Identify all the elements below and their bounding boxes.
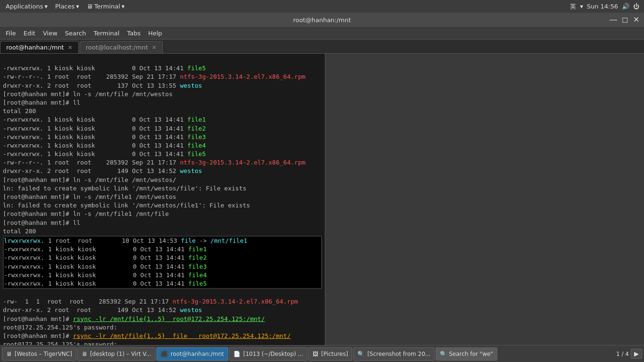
terminal-right-pane — [325, 54, 644, 345]
sel-line-2: -rwxrwxrwx. 1 kiosk kiosk 0 Oct 13 14:41… — [4, 246, 206, 253]
line-after-5: [root@hanhan mnt]# rsync -lr /mnt/file{1… — [3, 332, 291, 339]
topbar-right: 英 ▾ Sun 14:56 🔊 ⏻ — [570, 2, 642, 11]
line-19: [root@hanhan mnt]# ll — [3, 219, 80, 226]
menu-view[interactable]: View — [39, 27, 61, 39]
applications-label: Applications — [6, 3, 43, 10]
line-11: -rwxrwxrwx. 1 kiosk kiosk 0 Oct 13 14:41… — [3, 150, 206, 157]
tab-localhost-close[interactable]: ✕ — [152, 44, 157, 51]
menu-tabs[interactable]: Tabs — [123, 27, 144, 39]
lang-arrow: ▾ — [580, 3, 583, 10]
taskbar-pagination: 1 / 4 ▶ — [616, 349, 642, 359]
line-8: -rwxrwxrwx. 1 kiosk kiosk 0 Oct 13 14:41… — [3, 125, 206, 132]
tabbar: root@hanhan:/mnt ✕ root@localhost:/mnt ✕ — [0, 40, 644, 54]
taskbar-screenshot-icon: 🔍 — [357, 351, 364, 357]
volume-icon[interactable]: 🔊 — [622, 3, 629, 10]
taskbar-search[interactable]: 🔍 Search for "we" — [436, 347, 497, 361]
line-7: -rwxrwxrwx. 1 kiosk kiosk 0 Oct 13 14:41… — [3, 116, 206, 123]
line-5: [root@hanhan mnt]# ll — [3, 99, 80, 106]
taskbar-pictures-icon: 🖼 — [313, 351, 318, 357]
close-button[interactable]: ✕ — [632, 16, 640, 24]
window-controls: — ◻ ✕ — [609, 16, 640, 24]
applications-arrow: ▾ — [44, 3, 48, 10]
menu-search[interactable]: Search — [61, 27, 90, 39]
applications-menu[interactable]: Applications ▾ — [2, 0, 51, 13]
page-next-button[interactable]: ▶ — [631, 349, 642, 359]
minimize-button[interactable]: — — [609, 16, 618, 24]
line-after-6: root@172.25.254.125's password: — [3, 341, 117, 345]
page-indicator: 1 / 4 — [616, 351, 629, 357]
taskbar-desktop-label: [desktop (1) – Virt V... — [90, 351, 151, 357]
line-15: ln: failed to create symbolic link '/mnt… — [3, 185, 247, 192]
taskbar-pictures-label: [Pictures] — [321, 351, 348, 357]
line-9: -rwxrwxrwx. 1 kiosk kiosk 0 Oct 13 14:41… — [3, 133, 206, 140]
line-12: -rw-r--r--. 1 root root 285392 Sep 21 17… — [3, 159, 305, 166]
line-16: [root@hanhan mnt]# ln -s /mnt/file1 /mnt… — [3, 193, 176, 200]
menu-terminal[interactable]: Terminal — [90, 27, 123, 39]
maximize-button[interactable]: ◻ — [620, 16, 629, 24]
taskbar-editor-label: [1013 (~/Desktop) ... — [243, 351, 303, 357]
terminal-content[interactable]: -rwxrwxrwx. 1 kiosk kiosk 0 Oct 13 14:41… — [0, 54, 325, 345]
taskbar-westos-vnc[interactable]: 🖥 [Westos – TigerVNC] — [2, 347, 76, 361]
line-4: [root@hanhan mnt]# ln -s /mnt/file /mnt/… — [3, 90, 173, 98]
line-3: drwxr-xr-x. 2 root root 137 Oct 13 13:55… — [3, 82, 202, 89]
taskbar: 🖥 [Westos – TigerVNC] 🖥 [desktop (1) – V… — [0, 345, 644, 362]
search-icon: 🔍 — [440, 351, 447, 357]
sel-line-6: -rwxrwxrwx. 1 kiosk kiosk 0 Oct 13 14:41… — [4, 280, 206, 287]
line-20: total 280 — [3, 228, 36, 235]
taskbar-screenshot[interactable]: 🔍 [Screenshot from 20... — [353, 347, 435, 361]
sel-line-3: -rwxrwxrwx. 1 kiosk kiosk 0 Oct 13 14:41… — [4, 254, 206, 261]
line-18: [root@hanhan mnt]# ln -s /mnt/file1 /mnt… — [3, 210, 169, 217]
places-arrow: ▾ — [76, 3, 79, 10]
taskbar-desktop-virt[interactable]: 🖥 [desktop (1) – Virt V... — [77, 347, 156, 361]
line-6: total 280 — [3, 107, 36, 115]
menubar: File Edit View Search Terminal Tabs Help — [0, 27, 644, 40]
search-label: Search for "we" — [449, 351, 493, 357]
sel-line-1: lrwxrwxrwx. 1 root root 10 Oct 13 14:53 … — [4, 237, 248, 244]
menu-edit[interactable]: Edit — [20, 27, 39, 39]
taskbar-terminal-icon: ⬛ — [161, 351, 168, 357]
main-container: Applications ▾ Places ▾ 🖥 Terminal ▾ 英 ▾… — [0, 0, 644, 362]
line-13: drwxr-xr-x. 2 root root 149 Oct 13 14:52… — [3, 167, 202, 174]
line-after-1: -rw- 1 1 root root 285392 Sep 21 17:17 n… — [3, 298, 298, 305]
line-after-4: root@172.25.254.125's password: — [3, 324, 117, 331]
line-2: -rw-r--r--. 1 root root 285392 Sep 21 17… — [3, 73, 305, 80]
taskbar-pictures[interactable]: 🖼 [Pictures] — [308, 347, 352, 361]
taskbar-desktop-icon: 🖥 — [82, 351, 87, 357]
line-10: -rwxrwxrwx. 1 kiosk kiosk 0 Oct 13 14:41… — [3, 142, 206, 149]
clock: Sun 14:56 — [587, 3, 618, 10]
taskbar-westos-icon: 🖥 — [6, 351, 12, 357]
line-14: [root@hanhan mnt]# ln -s /mnt/file /mnt/… — [3, 176, 176, 183]
tab-localhost-label: root@localhost:/mnt — [86, 44, 148, 51]
line-17: ln: failed to create symbolic link '/mnt… — [3, 202, 250, 209]
taskbar-westos-label: [Westos – TigerVNC] — [15, 351, 72, 357]
terminal-menu[interactable]: 🖥 Terminal ▾ — [83, 0, 128, 13]
taskbar-terminal-label: root@hanhan:/mnt — [171, 351, 224, 357]
line-1: -rwxrwxrwx. 1 kiosk kiosk 0 Oct 13 14:41… — [3, 65, 206, 72]
taskbar-editor-icon: 📄 — [233, 351, 240, 357]
terminal-label: Terminal — [94, 3, 120, 10]
tab-hanhan-label: root@hanhan:/mnt — [6, 44, 64, 51]
topbar: Applications ▾ Places ▾ 🖥 Terminal ▾ 英 ▾… — [0, 0, 644, 13]
taskbar-screenshot-label: [Screenshot from 20... — [367, 351, 430, 357]
lang-indicator[interactable]: 英 — [570, 2, 576, 11]
taskbar-editor[interactable]: 📄 [1013 (~/Desktop) ... — [229, 347, 307, 361]
terminal-arrow: ▾ — [122, 3, 125, 10]
terminal-area: -rwxrwxrwx. 1 kiosk kiosk 0 Oct 13 14:41… — [0, 54, 644, 345]
sel-line-4: -rwxrwxrwx. 1 kiosk kiosk 0 Oct 13 14:41… — [4, 263, 206, 270]
selected-block: lrwxrwxrwx. 1 root root 10 Oct 13 14:53 … — [3, 236, 322, 289]
tab-hanhan-close[interactable]: ✕ — [68, 44, 73, 51]
line-after-3: [root@hanhan mnt]# rsync -lr /mnt/file{1… — [3, 315, 265, 322]
line-after-2: drwxr-xr-x. 2 root root 149 Oct 13 14:52… — [3, 306, 202, 313]
terminal-icon: 🖥 — [87, 3, 93, 10]
menu-file[interactable]: File — [2, 27, 20, 39]
places-label: Places — [55, 3, 74, 10]
tab-localhost[interactable]: root@localhost:/mnt ✕ — [80, 41, 163, 53]
window-title: root@hanhan:/mnt — [293, 16, 351, 24]
sel-line-5: -rwxrwxrwx. 1 kiosk kiosk 0 Oct 13 14:41… — [4, 272, 206, 279]
titlebar: root@hanhan:/mnt — ◻ ✕ — [0, 13, 644, 27]
power-icon[interactable]: ⏻ — [633, 3, 639, 10]
taskbar-terminal[interactable]: ⬛ root@hanhan:/mnt — [157, 347, 228, 361]
places-menu[interactable]: Places ▾ — [51, 0, 83, 13]
menu-help[interactable]: Help — [144, 27, 166, 39]
tab-hanhan[interactable]: root@hanhan:/mnt ✕ — [0, 41, 79, 53]
